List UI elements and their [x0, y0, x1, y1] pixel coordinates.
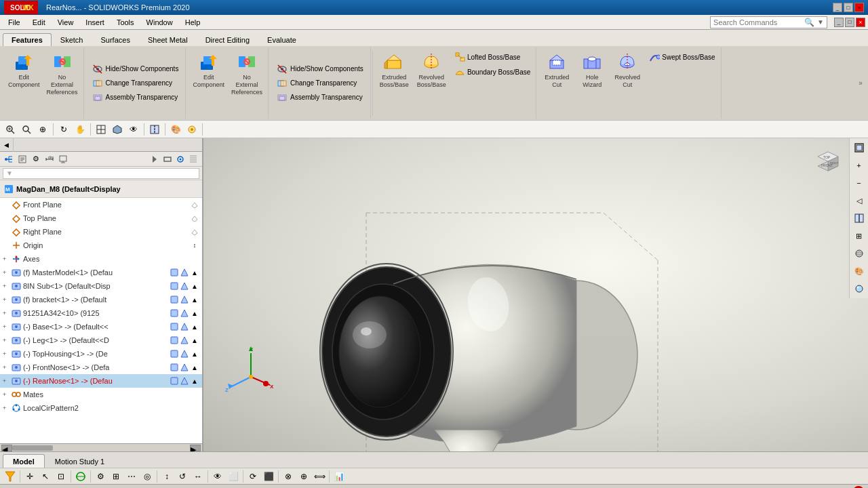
tree-item-mates[interactable]: + Mates — [0, 388, 202, 401]
btn-circular-pattern[interactable]: ◎ — [140, 469, 155, 484]
btn-assembly-transparency-left[interactable]: Assembly Transparency — [88, 91, 183, 104]
app-close[interactable]: × — [856, 18, 865, 27]
panel-icon-r1[interactable] — [149, 153, 161, 165]
expand-axes[interactable]: + — [3, 256, 11, 262]
tree-item-axes[interactable]: + Axes — [0, 252, 202, 266]
btn-rotate[interactable]: ↻ — [56, 122, 71, 137]
91251-btn3[interactable]: ▲ — [190, 308, 199, 318]
panel-icon-r2[interactable] — [161, 153, 174, 165]
btn-boundary-boss-base[interactable]: Boundary Boss/Base — [452, 65, 533, 79]
front-plane-visibility[interactable] — [190, 200, 199, 209]
tree-item-right-plane[interactable]: Right Plane — [0, 225, 202, 239]
panel-collapse-btn[interactable]: ◀ — [0, 138, 14, 152]
btn-zoom-in[interactable] — [19, 122, 34, 137]
bracket-btn1[interactable] — [170, 295, 179, 304]
btn-display-style[interactable] — [110, 122, 125, 137]
8insub-btn3[interactable]: ▲ — [190, 281, 199, 291]
btn-select-mode[interactable]: ⊡ — [54, 469, 68, 484]
menu-file[interactable]: File — [3, 17, 26, 28]
btn-flexible[interactable]: ⟳ — [245, 469, 260, 484]
vp-btn-zoom-fit[interactable] — [851, 140, 867, 156]
top-plane-visibility[interactable] — [190, 214, 199, 223]
btn-change-transparency-center[interactable]: Change Transparency — [273, 77, 368, 90]
scroll-left-btn[interactable]: ◀ — [1, 445, 12, 451]
tree-filter-box[interactable]: ▼ — [3, 168, 199, 179]
btn-revolved-boss-base[interactable]: RevolvedBoss/Base — [414, 47, 449, 119]
btn-zoom-to-fit[interactable] — [3, 122, 18, 137]
btn-collision[interactable]: ⊗ — [281, 469, 296, 484]
expand-rearnose[interactable]: + — [3, 378, 11, 384]
expand-mates[interactable]: + — [3, 391, 11, 398]
rearnose-btn3[interactable]: ▲ — [190, 376, 199, 386]
btn-lofted-boss-base[interactable]: Lofted Boss/Base Boundary Boss/Base — [452, 47, 533, 119]
btn-hole-wizard[interactable]: HoleWizard — [576, 47, 608, 119]
btn-assembly-viz[interactable]: 📊 — [332, 469, 347, 484]
rearnose-btn1[interactable] — [170, 376, 179, 386]
tree-item-bracket[interactable]: + (f) bracket<1> -> (Default ▲ — [0, 293, 202, 306]
tab-sheet-metal[interactable]: Sheet Metal — [139, 33, 197, 46]
panel-icon-r3[interactable] — [174, 153, 186, 165]
tab-motion-study[interactable]: Motion Study 1 — [45, 454, 115, 468]
ribbon-collapse-btn[interactable]: » — [856, 47, 865, 119]
origin-visibility[interactable]: ↕ — [190, 241, 199, 250]
scroll-right-btn[interactable]: ▶ — [190, 445, 201, 451]
91251-btn1[interactable] — [170, 308, 179, 318]
btn-no-external-refs-left[interactable]: NoExternalReferences — [44, 47, 81, 119]
help-button[interactable]: ? — [853, 486, 864, 489]
right-plane-visibility[interactable] — [190, 227, 199, 237]
btn-extruded-cut[interactable]: ExtrudedCut — [540, 47, 573, 119]
viewport[interactable]: Z Y X FRONT RIGHT — [203, 138, 868, 451]
btn-section-view[interactable] — [147, 122, 162, 137]
tophousing-btn1[interactable] — [170, 349, 179, 359]
btn-view-options[interactable] — [94, 122, 108, 137]
vp-btn-scene[interactable] — [851, 281, 867, 297]
8insub-btn2[interactable] — [180, 281, 189, 291]
view-cube[interactable]: FRONT RIGHT TOP — [811, 142, 845, 176]
tab-direct-editing[interactable]: Direct Editing — [197, 33, 258, 46]
tree-item-base[interactable]: + (-) Base<1> -> (Default<< ▲ — [0, 320, 202, 333]
vp-btn-display[interactable] — [851, 245, 867, 262]
menu-edit[interactable]: Edit — [27, 17, 51, 28]
leg-btn1[interactable] — [170, 336, 179, 345]
tab-model[interactable]: Model — [3, 454, 45, 468]
tab-evaluate[interactable]: Evaluate — [258, 33, 305, 46]
base-btn1[interactable] — [170, 322, 179, 331]
expand-leg[interactable]: + — [3, 337, 11, 344]
vp-btn-appearances[interactable]: 🎨 — [851, 263, 867, 279]
vp-btn-zoom-in[interactable]: + — [851, 157, 867, 174]
btn-free-drag[interactable]: ↔ — [191, 469, 205, 484]
tree-item-leg[interactable]: + (-) Leg<1> -> (Default<<D ▲ — [0, 333, 202, 347]
btn-rotate-comp[interactable]: ↺ — [175, 469, 190, 484]
bracket-btn3[interactable]: ▲ — [190, 295, 199, 304]
app-minimize[interactable]: _ — [834, 18, 844, 27]
btn-extruded-boss-base[interactable]: ExtrudedBoss/Base — [377, 47, 412, 119]
menu-help[interactable]: Help — [180, 17, 206, 28]
vp-btn-prev-view[interactable]: ◁ — [851, 192, 867, 209]
btn-hide-show-center[interactable]: Hide/Show Components — [273, 62, 368, 76]
expand-8insub[interactable]: + — [3, 283, 11, 289]
91251-btn2[interactable] — [180, 308, 189, 318]
btn-edit-component-center[interactable]: EditComponent — [190, 47, 227, 119]
mastermodel-btn2[interactable] — [180, 268, 189, 277]
tab-sketch[interactable]: Sketch — [52, 33, 92, 46]
tree-item-frontnose[interactable]: + (-) FrontNose<1> -> (Defa ▲ — [0, 361, 202, 374]
expand-pattern[interactable]: + — [3, 405, 11, 411]
btn-move-comp[interactable]: ↕ — [159, 469, 174, 484]
expand-91251[interactable]: + — [3, 310, 11, 317]
btn-realview[interactable] — [184, 122, 199, 137]
btn-hide-comp[interactable]: 👁 — [210, 469, 225, 484]
btn-zoom-box[interactable]: ⊕ — [35, 122, 50, 137]
vp-btn-zoom-out[interactable]: − — [851, 175, 867, 191]
panel-icon-dimxpert[interactable]: dim — [43, 153, 56, 165]
expand-bracket[interactable]: + — [3, 296, 11, 303]
search-input[interactable] — [713, 18, 802, 26]
tree-item-top-plane[interactable]: Top Plane — [0, 211, 202, 225]
vp-btn-section[interactable] — [851, 210, 867, 226]
tree-item-origin[interactable]: Origin ↕ — [0, 239, 202, 252]
btn-pan[interactable]: ✋ — [73, 122, 87, 137]
btn-hide-show-left[interactable]: Hide/Show Components — [88, 62, 183, 76]
app-restore[interactable]: □ — [845, 18, 854, 27]
tophousing-btn2[interactable] — [180, 349, 189, 359]
tree-item-mastermodel[interactable]: + (f) MasterModel<1> (Defau ▲ — [0, 266, 202, 279]
panel-icon-config[interactable]: ⚙ — [30, 153, 42, 165]
